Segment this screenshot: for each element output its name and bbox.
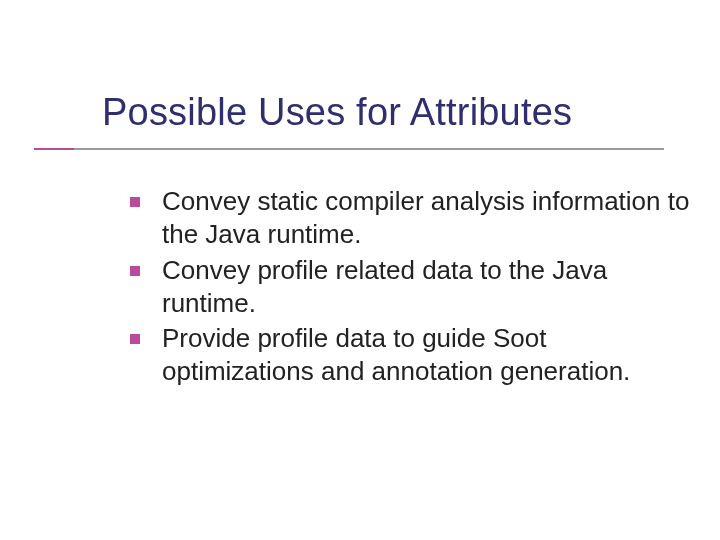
title-underline: [34, 148, 664, 150]
list-item: Convey profile related data to the Java …: [130, 254, 690, 321]
title-wrap: Possible Uses for Attributes: [102, 92, 690, 134]
bullet-text: Provide profile data to guide Soot optim…: [162, 322, 690, 389]
slide-title: Possible Uses for Attributes: [102, 92, 690, 134]
list-item: Provide profile data to guide Soot optim…: [130, 322, 690, 389]
slide-body: Convey static compiler analysis informat…: [130, 185, 690, 391]
bullet-text: Convey profile related data to the Java …: [162, 254, 690, 321]
list-item: Convey static compiler analysis informat…: [130, 185, 690, 252]
square-bullet-icon: [130, 334, 140, 344]
square-bullet-icon: [130, 197, 140, 207]
slide: Possible Uses for Attributes Convey stat…: [0, 0, 720, 540]
title-underline-accent: [34, 148, 74, 150]
bullet-text: Convey static compiler analysis informat…: [162, 185, 690, 252]
square-bullet-icon: [130, 266, 140, 276]
